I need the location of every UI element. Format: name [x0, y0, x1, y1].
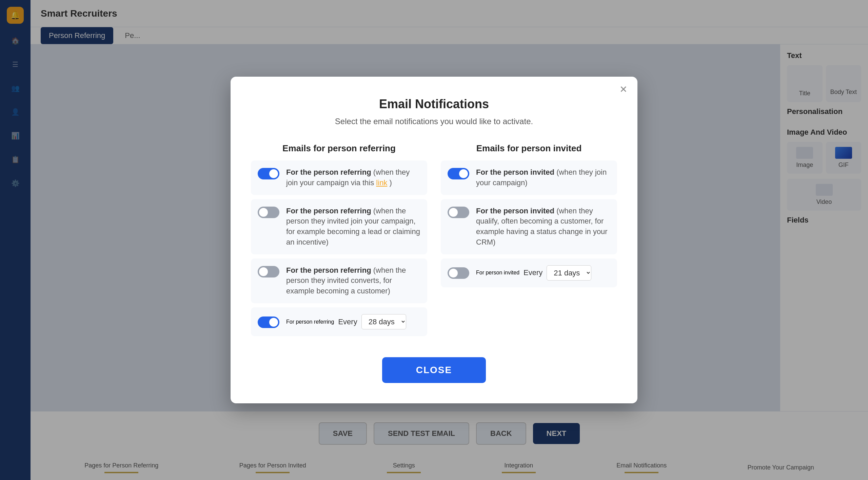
- left-toggle-3-slider[interactable]: [258, 266, 279, 277]
- left-column-title: Emails for person referring: [251, 143, 427, 154]
- right-toggle-3-slider[interactable]: [448, 267, 469, 279]
- right-days-select[interactable]: 7 days 14 days 21 days 28 days 30 days: [547, 265, 591, 281]
- left-row2-bold: For the person referring: [286, 207, 371, 215]
- left-toggle-1[interactable]: [258, 168, 279, 179]
- left-toggle-3[interactable]: [258, 266, 279, 277]
- right-toggle-row-3: For person invited Every 7 days 14 days …: [441, 258, 617, 287]
- left-toggle-4[interactable]: [258, 316, 279, 328]
- right-toggle-row-1: For the person invited (when they join y…: [441, 160, 617, 195]
- left-toggle-4-slider[interactable]: [258, 316, 279, 328]
- left-toggle-row-2: For the person referring (when the perso…: [251, 199, 427, 254]
- modal-columns: Emails for person referring For the pers…: [251, 143, 617, 340]
- right-toggle-2-slider[interactable]: [448, 207, 469, 218]
- right-row3-every-row: For person invited Every 7 days 14 days …: [476, 265, 610, 281]
- left-toggle-2[interactable]: [258, 207, 279, 218]
- right-toggle-2-text: For the person invited (when they qualif…: [476, 206, 610, 248]
- modal-subtitle: Select the email notifications you would…: [251, 117, 617, 126]
- left-row4-label: For person referring: [286, 319, 334, 325]
- right-toggle-1-text: For the person invited (when they join y…: [476, 167, 610, 188]
- right-toggle-3[interactable]: [448, 267, 469, 279]
- right-row1-bold: For the person invited: [476, 168, 554, 176]
- left-row4-every-label: Every: [338, 318, 357, 326]
- left-column: Emails for person referring For the pers…: [251, 143, 427, 340]
- left-row1-end: ): [390, 178, 392, 187]
- left-toggle-1-slider[interactable]: [258, 168, 279, 179]
- right-toggle-1[interactable]: [448, 168, 469, 179]
- left-row1-link: link: [376, 178, 387, 187]
- right-toggle-1-slider[interactable]: [448, 168, 469, 179]
- email-notifications-modal: ✕ Email Notifications Select the email n…: [231, 77, 637, 403]
- left-row3-bold: For the person referring: [286, 266, 371, 274]
- left-toggle-2-slider[interactable]: [258, 207, 279, 218]
- left-toggle-3-text: For the person referring (when the perso…: [286, 265, 420, 296]
- modal-backdrop: ✕ Email Notifications Select the email n…: [0, 0, 868, 480]
- right-column-title: Emails for person invited: [441, 143, 617, 154]
- modal-close-button[interactable]: CLOSE: [382, 357, 486, 383]
- left-row1-bold: For the person referring: [286, 168, 371, 176]
- left-toggle-2-text: For the person referring (when the perso…: [286, 206, 420, 248]
- right-toggle-row-2: For the person invited (when they qualif…: [441, 199, 617, 254]
- right-toggle-2[interactable]: [448, 207, 469, 218]
- modal-close-x-button[interactable]: ✕: [619, 85, 627, 94]
- left-row4-every-row: For person referring Every 7 days 14 day…: [286, 314, 420, 329]
- right-row3-every-label: Every: [524, 268, 542, 277]
- left-toggle-row-3: For the person referring (when the perso…: [251, 258, 427, 303]
- left-toggle-row-1: For the person referring (when they join…: [251, 160, 427, 195]
- right-row2-bold: For the person invited: [476, 207, 554, 215]
- right-row3-label: For person invited: [476, 270, 519, 276]
- right-column: Emails for person invited For the person…: [441, 143, 617, 340]
- left-toggle-1-text: For the person referring (when they join…: [286, 167, 420, 188]
- modal-title: Email Notifications: [251, 97, 617, 111]
- left-days-select[interactable]: 7 days 14 days 21 days 28 days 30 days: [361, 314, 406, 329]
- left-toggle-row-4: For person referring Every 7 days 14 day…: [251, 307, 427, 336]
